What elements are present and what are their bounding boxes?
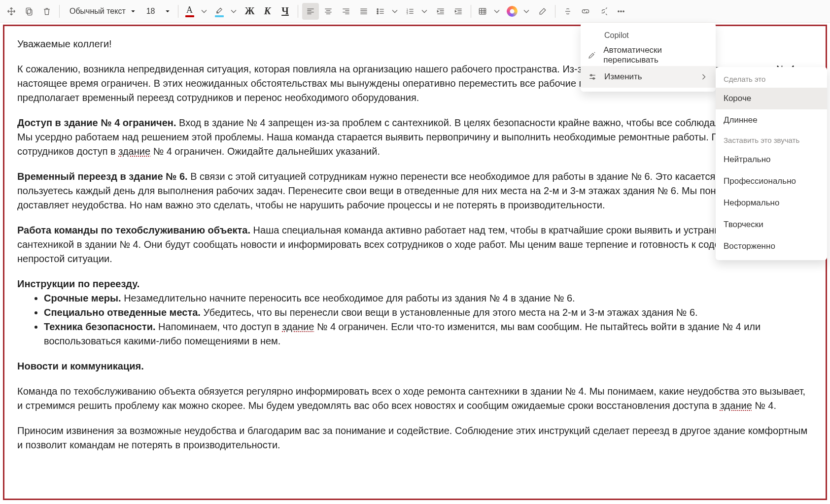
paragraph[interactable]: Доступ в здание № 4 ограничен. Вход в зд… (17, 116, 813, 159)
submenu-header: Заставить это звучать (716, 131, 827, 149)
copilot-menu: Copilot Автоматически переписывать Измен… (581, 23, 716, 92)
link-button[interactable] (577, 3, 594, 20)
paragraph[interactable]: Приносим извинения за возможные неудобст… (17, 424, 813, 452)
spellcheck-link[interactable]: здание (118, 146, 150, 157)
strikethrough-button[interactable] (559, 3, 576, 20)
copy-icon[interactable] (21, 3, 37, 20)
highlight-color-button[interactable] (212, 3, 241, 20)
copilot-change-item[interactable]: Изменить (581, 66, 716, 88)
underline-button[interactable]: Ч (277, 3, 294, 20)
font-size-value: 18 (146, 7, 155, 16)
copilot-menu-title: Copilot (581, 27, 716, 44)
svg-rect-1 (26, 8, 31, 13)
align-left-button[interactable] (302, 3, 319, 20)
svg-point-11 (622, 10, 624, 12)
paragraph[interactable]: Новости и коммуникация. (17, 359, 813, 373)
paragraph[interactable]: Команда по техобслуживанию объекта обязу… (17, 384, 813, 413)
unlink-button[interactable] (595, 3, 612, 20)
highlight-color-swatch (215, 15, 224, 17)
svg-point-9 (618, 10, 619, 12)
edit-icon[interactable] (534, 3, 551, 20)
submenu-creative[interactable]: Творчески (716, 214, 827, 235)
paragraph-style-dropdown[interactable]: Обычный текст (64, 3, 140, 20)
spellcheck-link[interactable]: здание (720, 400, 752, 411)
table-caret[interactable] (490, 3, 504, 20)
separator (59, 5, 60, 18)
svg-rect-8 (479, 8, 485, 14)
submenu-enthusiastic[interactable]: Восторженно (716, 235, 827, 257)
italic-button[interactable]: К (259, 3, 276, 20)
submenu-neutral[interactable]: Нейтрально (716, 149, 827, 170)
pen-sparkle-icon (588, 50, 596, 60)
separator (471, 5, 471, 18)
copilot-caret[interactable] (519, 3, 533, 20)
separator (298, 5, 298, 18)
chevron-down-icon (164, 8, 171, 15)
align-justify-button[interactable] (355, 3, 372, 20)
numbered-list-caret[interactable] (417, 3, 431, 20)
copilot-button[interactable] (505, 3, 533, 20)
font-color-button[interactable]: А (182, 3, 211, 20)
decrease-indent-button[interactable] (432, 3, 449, 20)
svg-rect-0 (28, 9, 32, 15)
copilot-rewrite-item[interactable]: Автоматически переписывать (581, 44, 716, 66)
svg-point-10 (620, 10, 622, 12)
align-right-button[interactable] (338, 3, 354, 20)
move-icon[interactable] (3, 3, 20, 20)
numbered-list-button[interactable]: 123 (403, 3, 431, 20)
highlight-icon[interactable] (212, 3, 227, 20)
paragraph[interactable]: Инструкции по переезду. (17, 277, 813, 291)
numbered-list-icon[interactable]: 123 (403, 3, 417, 20)
copilot-icon[interactable] (505, 3, 519, 20)
submenu-header: Сделать это (716, 70, 827, 88)
align-center-button[interactable] (320, 3, 337, 20)
separator (178, 5, 178, 18)
chevron-right-icon (699, 72, 709, 82)
list-item[interactable]: Срочные меры. Незамедлительно начните пе… (44, 291, 813, 305)
spellcheck-link[interactable]: здание (282, 321, 314, 332)
font-color-icon[interactable]: А (182, 3, 197, 20)
submenu-informal[interactable]: Неформально (716, 192, 827, 214)
svg-point-2 (377, 8, 378, 10)
chevron-down-icon (130, 8, 137, 15)
increase-indent-button[interactable] (450, 3, 467, 20)
bullet-list-icon[interactable] (373, 3, 388, 20)
submenu-shorter[interactable]: Короче (716, 88, 827, 109)
svg-text:3: 3 (406, 11, 408, 14)
bullet-list-button[interactable] (373, 3, 402, 20)
submenu-professional[interactable]: Профессионально (716, 170, 827, 192)
submenu-longer[interactable]: Длиннее (716, 109, 827, 131)
svg-point-4 (377, 12, 378, 14)
sliders-icon (588, 72, 597, 82)
list-item[interactable]: Специально отведенные места. Убедитесь, … (44, 305, 813, 320)
font-size-dropdown[interactable]: 18 (141, 3, 174, 20)
highlight-caret[interactable] (227, 3, 241, 20)
font-color-caret[interactable] (197, 3, 211, 20)
svg-point-3 (377, 10, 378, 12)
toolbar: Обычный текст 18 А Ж К Ч 123 (0, 0, 830, 23)
bullet-list-caret[interactable] (388, 3, 402, 20)
paragraph-style-label: Обычный текст (69, 7, 126, 16)
delete-icon[interactable] (38, 3, 55, 20)
change-submenu: Сделать это Короче Длиннее Заставить это… (716, 67, 827, 260)
more-button[interactable] (613, 3, 629, 20)
paragraph[interactable]: Работа команды по техобслуживанию объект… (17, 223, 813, 266)
insert-table-button[interactable] (475, 3, 504, 20)
bold-button[interactable]: Ж (242, 3, 258, 20)
list-item[interactable]: Техника безопасности. Напоминаем, что до… (44, 320, 813, 348)
document-selection[interactable]: Уважаемые коллеги! К сожалению, возникла… (3, 25, 827, 500)
paragraph[interactable]: Временный переезд в здание № 6. В связи … (17, 169, 813, 212)
bullet-list[interactable]: Срочные меры. Незамедлительно начните пе… (35, 291, 813, 348)
separator (555, 5, 555, 18)
table-icon[interactable] (475, 3, 490, 20)
font-color-swatch (185, 15, 194, 17)
